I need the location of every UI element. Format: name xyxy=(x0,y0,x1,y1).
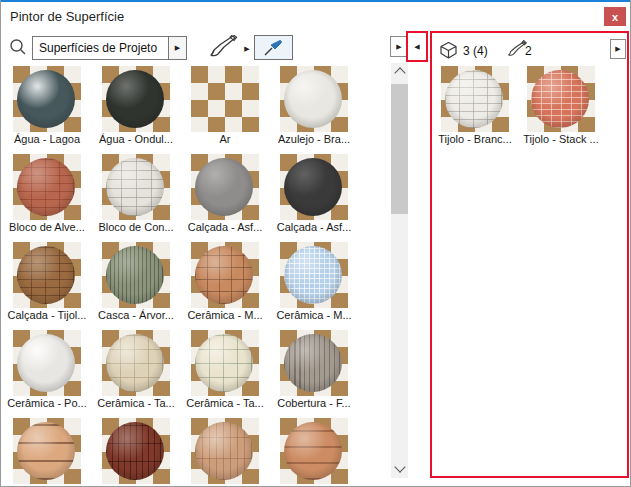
paint-brush-icon[interactable] xyxy=(207,35,239,61)
collapse-right-panel-button[interactable]: ◀ xyxy=(408,33,426,60)
material-sphere xyxy=(106,70,164,128)
material-item[interactable]: Ar xyxy=(187,64,276,152)
right-arrow-icon: ▶ xyxy=(615,45,620,53)
material-item[interactable] xyxy=(276,416,365,487)
surface-source-dropdown[interactable]: Superfícies de Projeto ▶ xyxy=(32,36,187,60)
material-item[interactable]: Cerâmica - Ta... xyxy=(187,328,276,416)
material-label: Cerâmica - Ta... xyxy=(175,397,275,409)
paint-options-arrow-icon[interactable]: ▶ xyxy=(242,44,252,54)
material-thumbnail xyxy=(13,330,81,396)
material-label: Cerâmica - Ta... xyxy=(86,397,186,409)
right-arrow-icon: ▶ xyxy=(396,43,401,51)
material-thumbnail xyxy=(191,242,259,308)
material-label: Cerâmica - M... xyxy=(264,309,364,321)
material-item[interactable] xyxy=(187,416,276,487)
material-thumbnail xyxy=(191,66,259,132)
material-label: Cerâmica - Po... xyxy=(0,397,97,409)
material-sphere xyxy=(284,422,342,480)
material-label: Água - Ondul... xyxy=(86,133,186,145)
material-sphere xyxy=(106,334,164,392)
material-item[interactable]: Calçada - Tijol... xyxy=(9,240,98,328)
surface-source-value: Superfícies de Projeto xyxy=(33,37,168,59)
material-label: Bloco de Alve... xyxy=(0,221,97,233)
material-sphere xyxy=(284,334,342,392)
material-label: Bloco de Con... xyxy=(86,221,186,233)
surface-source-dropdown-button[interactable]: ▶ xyxy=(168,37,186,59)
expand-left-list-button[interactable]: ▶ xyxy=(390,36,408,57)
material-item[interactable]: Calçada - Asf... xyxy=(276,152,365,240)
close-button[interactable]: x xyxy=(604,7,626,26)
material-label: Tijolo - Branc... xyxy=(425,133,525,145)
material-item[interactable]: Cerâmica - M... xyxy=(187,240,276,328)
eyedropper-button[interactable] xyxy=(254,35,293,60)
material-sphere xyxy=(195,334,253,392)
scroll-down-icon[interactable] xyxy=(394,461,405,472)
material-sphere xyxy=(284,70,342,128)
material-label: Calçada - Asf... xyxy=(175,221,275,233)
material-item[interactable]: Água - Ondul... xyxy=(98,64,187,152)
material-sphere xyxy=(195,246,253,304)
material-item[interactable]: Bloco de Con... xyxy=(98,152,187,240)
right-arrow-icon: ▶ xyxy=(244,45,249,53)
material-item[interactable]: Cerâmica - Ta... xyxy=(98,328,187,416)
search-icon xyxy=(8,37,28,57)
material-sphere xyxy=(531,70,589,128)
material-item[interactable]: Azulejo - Bra... xyxy=(276,64,365,152)
material-label: Calçada - Asf... xyxy=(264,221,364,233)
material-label: Azulejo - Bra... xyxy=(264,133,364,145)
material-item[interactable]: Água - Lagoa xyxy=(9,64,98,152)
material-sphere xyxy=(284,158,342,216)
material-thumbnail xyxy=(191,330,259,396)
material-thumbnail xyxy=(102,66,170,132)
material-label: Água - Lagoa xyxy=(0,133,97,145)
material-label: Calçada - Tijol... xyxy=(0,309,97,321)
vertical-scrollbar[interactable] xyxy=(391,63,408,478)
material-sphere xyxy=(195,422,253,480)
material-item[interactable] xyxy=(98,416,187,487)
selection-grid: Tijolo - Branc... Tijolo - Stack ... xyxy=(437,64,609,152)
material-thumbnail xyxy=(527,66,595,132)
selection-panel-header: 3 (4) 2 ▶ xyxy=(432,37,627,63)
material-thumbnail xyxy=(191,154,259,220)
material-thumbnail xyxy=(13,66,81,132)
scroll-up-icon[interactable] xyxy=(394,67,405,78)
material-sphere xyxy=(17,422,75,480)
cube-icon xyxy=(439,41,458,60)
material-item[interactable]: Cerâmica - M... xyxy=(276,240,365,328)
material-sphere xyxy=(17,70,75,128)
material-item[interactable]: Tijolo - Stack ... xyxy=(523,64,609,152)
material-thumbnail xyxy=(13,418,81,484)
material-item[interactable]: Bloco de Alve... xyxy=(9,152,98,240)
scrollbar-thumb[interactable] xyxy=(391,84,408,214)
material-sphere xyxy=(195,158,253,216)
material-thumbnail xyxy=(280,66,348,132)
material-item[interactable]: Cerâmica - Po... xyxy=(9,328,98,416)
material-thumbnail xyxy=(280,330,348,396)
material-thumbnail xyxy=(102,242,170,308)
material-thumbnail xyxy=(280,154,348,220)
selection-panel: 3 (4) 2 ▶ Tijolo - Branc... Tijolo - Sta… xyxy=(430,31,629,478)
material-thumbnail xyxy=(13,242,81,308)
close-icon: x xyxy=(612,11,618,23)
material-sphere xyxy=(284,246,342,304)
elements-count: 3 (4) xyxy=(463,44,488,58)
material-sphere xyxy=(106,246,164,304)
material-sphere xyxy=(106,158,164,216)
expand-selection-list-button[interactable]: ▶ xyxy=(610,39,626,59)
material-label: Tijolo - Stack ... xyxy=(511,133,611,145)
surface-painter-window: Pintor de Superfície x Superfícies de Pr… xyxy=(0,0,631,487)
material-item[interactable]: Casca - Árvor... xyxy=(98,240,187,328)
material-label: Cerâmica - M... xyxy=(175,309,275,321)
right-arrow-icon: ▶ xyxy=(175,44,180,52)
material-thumbnail xyxy=(441,66,509,132)
material-item[interactable]: Calçada - Asf... xyxy=(187,152,276,240)
material-thumbnail xyxy=(13,154,81,220)
material-item[interactable] xyxy=(9,416,98,487)
material-item[interactable]: Cobertura - F... xyxy=(276,328,365,416)
painted-count: 2 xyxy=(525,44,532,58)
material-thumbnail xyxy=(102,330,170,396)
material-thumbnail xyxy=(102,418,170,484)
surface-grid: Água - Lagoa Água - Ondul... Ar Azulejo … xyxy=(9,64,365,487)
material-thumbnail xyxy=(102,154,170,220)
material-sphere xyxy=(17,158,75,216)
